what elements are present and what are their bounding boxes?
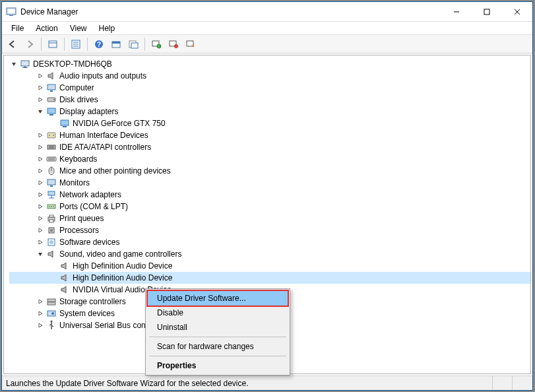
expander-icon[interactable] — [49, 285, 58, 294]
uninstall-button[interactable] — [125, 37, 141, 51]
tree-item[interactable]: Human Interface Devices — [9, 129, 530, 141]
titlebar: Device Manager — [2, 2, 532, 22]
menu-view[interactable]: View — [65, 23, 92, 34]
expander-icon[interactable] — [36, 309, 45, 318]
menu-file[interactable]: File — [6, 23, 29, 34]
tree-item-label: System devices — [59, 309, 115, 318]
tree-item[interactable]: DESKTOP-TMDH6QB — [9, 58, 530, 70]
expander-icon[interactable] — [36, 71, 45, 81]
expander-icon[interactable] — [36, 143, 45, 152]
svg-rect-48 — [48, 191, 55, 195]
expander-icon[interactable] — [36, 321, 45, 330]
expander-icon[interactable] — [36, 190, 45, 199]
expander-icon[interactable] — [36, 154, 45, 164]
tree-item[interactable]: Display adapters — [9, 106, 530, 117]
svg-point-20 — [157, 44, 161, 48]
expander-icon[interactable] — [36, 202, 45, 211]
scan-hardware-button[interactable] — [148, 37, 164, 51]
tree-item[interactable]: Computer — [9, 82, 530, 94]
toolbar-separator — [144, 38, 145, 51]
cpu-icon — [46, 225, 57, 236]
expander-icon[interactable] — [36, 107, 45, 116]
port-icon — [46, 201, 57, 212]
speaker-icon — [59, 261, 70, 271]
expander-icon[interactable] — [36, 238, 45, 247]
hid-icon — [46, 130, 57, 141]
context-item[interactable]: Update Driver Software... — [148, 291, 288, 306]
expander-icon[interactable] — [49, 261, 58, 271]
tree-item[interactable]: Ports (COM & LPT) — [9, 201, 530, 212]
tree-item-label: Audio inputs and outputs — [59, 71, 146, 81]
update-driver-button[interactable] — [108, 37, 124, 51]
tree-item[interactable]: Keyboards — [9, 153, 530, 165]
expander-icon[interactable] — [36, 249, 45, 259]
add-legacy-button[interactable] — [183, 37, 199, 51]
minimize-button[interactable] — [441, 2, 472, 22]
tree-item-label: High Definition Audio Device — [73, 273, 172, 282]
back-button[interactable] — [5, 37, 20, 51]
device-manager-icon — [6, 7, 16, 17]
tree-item[interactable]: Sound, video and game controllers — [9, 248, 530, 260]
tree-item[interactable]: Audio inputs and outputs — [9, 70, 530, 82]
svg-rect-59 — [50, 229, 53, 232]
context-item[interactable]: Properties — [148, 358, 288, 373]
maximize-button[interactable] — [472, 2, 502, 22]
svg-rect-33 — [61, 120, 69, 125]
software-icon — [46, 237, 57, 247]
tree-item-label: Print queues — [59, 214, 104, 223]
tree-item[interactable]: Print queues — [9, 212, 530, 224]
expander-icon[interactable] — [36, 297, 45, 306]
context-item[interactable]: Uninstall — [148, 320, 288, 335]
storage-icon — [46, 296, 57, 307]
svg-rect-25 — [24, 67, 26, 67]
monitor-icon — [46, 82, 57, 93]
svg-point-54 — [53, 206, 54, 207]
keyboard-icon — [46, 154, 57, 164]
help-button[interactable]: ? — [91, 37, 107, 51]
disable-button[interactable] — [166, 37, 181, 51]
expander-icon[interactable] — [36, 178, 45, 187]
expander-icon[interactable] — [49, 273, 58, 282]
menu-help[interactable]: Help — [94, 23, 121, 34]
expander-icon[interactable] — [9, 59, 18, 69]
svg-rect-46 — [47, 180, 55, 185]
properties-button[interactable] — [68, 37, 84, 51]
tree-item[interactable]: Software devices — [9, 236, 530, 248]
tree-item[interactable]: Monitors — [9, 177, 530, 189]
context-item[interactable]: Scan for hardware changes — [148, 339, 288, 354]
tree-item[interactable]: High Definition Audio Device — [9, 272, 530, 284]
tree-item[interactable]: IDE ATA/ATAPI controllers — [9, 141, 530, 153]
svg-rect-56 — [49, 215, 53, 217]
tree-item[interactable]: Network adapters — [9, 189, 530, 201]
menu-action[interactable]: Action — [30, 23, 63, 34]
expander-icon[interactable] — [36, 95, 45, 104]
expander-icon[interactable] — [36, 214, 45, 223]
expander-icon[interactable] — [36, 226, 45, 235]
window-title: Device Manager — [20, 7, 441, 16]
tree-item[interactable]: Mice and other pointing devices — [9, 165, 530, 177]
tree-item[interactable]: NVIDIA GeForce GTX 750 — [9, 117, 530, 129]
show-hidden-button[interactable] — [45, 37, 61, 51]
tree-item-label: Processors — [59, 226, 99, 235]
tree-item[interactable]: Processors — [9, 224, 530, 236]
tree-item[interactable]: High Definition Audio Device — [9, 260, 530, 272]
tree-item-label: High Definition Audio Device — [73, 261, 172, 271]
toolbar-separator — [64, 38, 65, 51]
display-icon — [59, 118, 70, 129]
expander-icon[interactable] — [36, 166, 45, 176]
tree-item-label: Network adapters — [59, 190, 121, 199]
expander-icon[interactable] — [49, 119, 58, 128]
tree-item-label: Sound, video and game controllers — [59, 249, 181, 259]
close-button[interactable] — [502, 2, 532, 22]
forward-button[interactable] — [22, 37, 38, 51]
svg-rect-16 — [112, 42, 120, 44]
expander-icon[interactable] — [36, 131, 45, 140]
system-icon — [46, 308, 57, 319]
context-item[interactable]: Disable — [148, 306, 288, 320]
svg-text:?: ? — [97, 41, 101, 48]
expander-icon[interactable] — [36, 83, 45, 92]
svg-point-61 — [49, 240, 53, 244]
svg-rect-47 — [50, 185, 53, 187]
tree-item[interactable]: Disk drives — [9, 94, 530, 106]
speaker-icon — [59, 284, 70, 295]
